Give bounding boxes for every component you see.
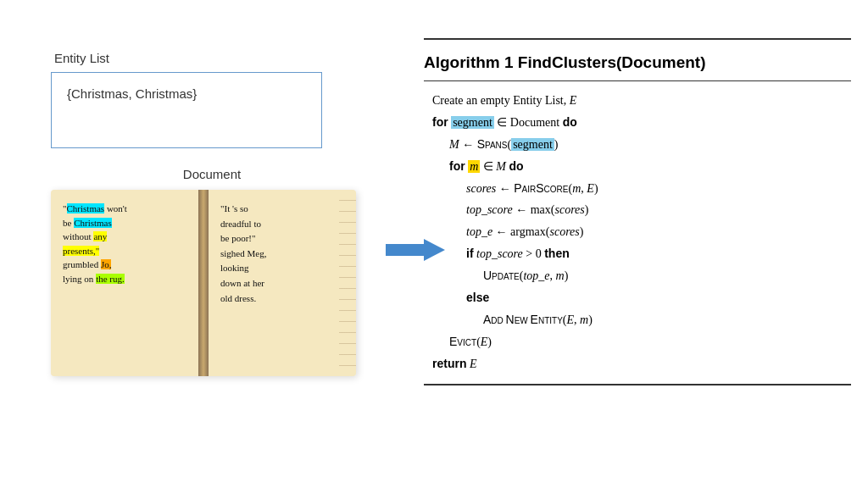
book-text: "Christmas won't be Christmas without an…: [63, 203, 127, 284]
algo-line-4: for m ∈ M do: [432, 156, 851, 178]
algorithm-title: Algorithm 1 FindClusters(Document): [424, 48, 851, 81]
entity-list-label: Entity List: [54, 51, 373, 65]
algo-line-3: M ← Spans(segment): [432, 134, 851, 156]
left-panel: Entity List {Christmas, Christmas} Docum…: [51, 51, 373, 376]
christmas-1-highlight: Christmas: [67, 203, 105, 214]
document-label: Document: [51, 167, 373, 181]
algorithm-title-text: Algorithm 1 FindClusters(Document): [424, 53, 706, 71]
algorithm-panel: Algorithm 1 FindClusters(Document) Creat…: [424, 38, 851, 385]
algo-line-12: Evict(E): [432, 331, 851, 353]
the-rug-highlight: the rug.: [96, 274, 125, 284]
christmas-2-highlight: Christmas: [74, 218, 112, 228]
presents-highlight: presents,": [63, 246, 99, 256]
algo-line-1: Create an empty Entity List, E: [432, 90, 851, 112]
algo-line-8: if top_score > 0 then: [432, 243, 851, 265]
any-highlight: any: [93, 231, 107, 241]
algo-line-2: for segment ∈ Document do: [432, 112, 851, 134]
book-image: "Christmas won't be Christmas without an…: [51, 190, 356, 376]
algo-line-6: top_score ← max(scores): [432, 199, 851, 221]
entity-list-content: {Christmas, Christmas}: [67, 86, 197, 101]
algorithm-box: Algorithm 1 FindClusters(Document) Creat…: [424, 38, 851, 385]
book-left-page: "Christmas won't be Christmas without an…: [51, 190, 203, 376]
book-right-text: "It 's so dreadful to be poor!" sighed M…: [220, 203, 266, 303]
entity-list-box: {Christmas, Christmas}: [51, 72, 322, 148]
book-spine: [198, 190, 209, 376]
book-right-page: "It 's so dreadful to be poor!" sighed M…: [203, 190, 356, 376]
algo-line-10: else: [432, 287, 851, 309]
algo-line-11: Add New Entity(E, m): [432, 309, 851, 331]
algo-line-13: return E: [432, 353, 851, 375]
jo-highlight: Jo,: [101, 259, 112, 269]
algo-line-9: Update(top_e, m): [432, 265, 851, 287]
algo-line-7: top_e ← argmax(scores): [432, 221, 851, 243]
algo-line-5: scores ← PairScore(m, E): [432, 178, 851, 200]
algorithm-body: Create an empty Entity List, E for segme…: [424, 90, 851, 375]
